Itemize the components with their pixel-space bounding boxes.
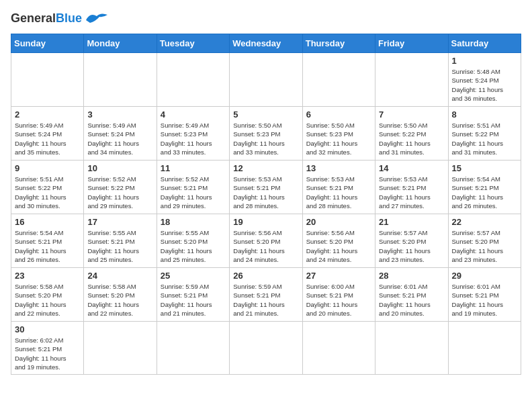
day-number: 15 [452, 163, 517, 173]
day-info: Sunrise: 5:59 AM Sunset: 5:21 PM Dayligh… [161, 282, 226, 318]
calendar-cell [84, 53, 157, 107]
calendar-cell [230, 322, 302, 375]
day-info: Sunrise: 5:55 AM Sunset: 5:21 PM Dayligh… [87, 228, 152, 264]
calendar-cell: 6Sunrise: 5:50 AM Sunset: 5:23 PM Daylig… [302, 107, 375, 161]
day-number: 12 [233, 163, 298, 173]
day-info: Sunrise: 5:54 AM Sunset: 5:21 PM Dayligh… [452, 175, 517, 210]
calendar-cell: 18Sunrise: 5:55 AM Sunset: 5:20 PM Dayli… [157, 214, 229, 268]
day-number: 1 [452, 56, 517, 66]
day-number: 9 [15, 163, 80, 173]
calendar-cell: 27Sunrise: 6:00 AM Sunset: 5:21 PM Dayli… [302, 268, 375, 322]
calendar-cell: 12Sunrise: 5:53 AM Sunset: 5:21 PM Dayli… [230, 161, 302, 214]
day-info: Sunrise: 5:53 AM Sunset: 5:21 PM Dayligh… [379, 175, 444, 210]
calendar-cell [302, 53, 375, 107]
calendar-cell: 2Sunrise: 5:49 AM Sunset: 5:24 PM Daylig… [11, 107, 84, 161]
calendar-cell: 15Sunrise: 5:54 AM Sunset: 5:21 PM Dayli… [448, 161, 521, 214]
day-info: Sunrise: 5:49 AM Sunset: 5:23 PM Dayligh… [161, 121, 226, 156]
day-info: Sunrise: 5:51 AM Sunset: 5:22 PM Dayligh… [452, 121, 517, 156]
calendar-week-row: 2Sunrise: 5:49 AM Sunset: 5:24 PM Daylig… [11, 107, 521, 161]
day-number: 2 [15, 109, 80, 120]
calendar-week-row: 30Sunrise: 6:02 AM Sunset: 5:21 PM Dayli… [11, 322, 521, 375]
day-number: 27 [306, 271, 371, 281]
calendar-cell: 20Sunrise: 5:56 AM Sunset: 5:20 PM Dayli… [302, 214, 375, 268]
calendar-cell: 30Sunrise: 6:02 AM Sunset: 5:21 PM Dayli… [11, 322, 84, 375]
day-number: 25 [161, 271, 226, 281]
day-number: 24 [87, 271, 152, 281]
calendar-cell: 4Sunrise: 5:49 AM Sunset: 5:23 PM Daylig… [157, 107, 229, 161]
calendar-cell: 1Sunrise: 5:48 AM Sunset: 5:24 PM Daylig… [448, 53, 521, 107]
day-number: 28 [379, 271, 444, 281]
calendar-cell: 3Sunrise: 5:49 AM Sunset: 5:24 PM Daylig… [84, 107, 157, 161]
day-number: 20 [306, 217, 371, 227]
page-header: GeneralBlue [11, 11, 521, 26]
day-info: Sunrise: 5:50 AM Sunset: 5:23 PM Dayligh… [306, 121, 371, 156]
calendar-cell: 19Sunrise: 5:56 AM Sunset: 5:20 PM Dayli… [230, 214, 302, 268]
col-header-thursday: Thursday [302, 34, 375, 53]
calendar-week-row: 16Sunrise: 5:54 AM Sunset: 5:21 PM Dayli… [11, 214, 521, 268]
day-info: Sunrise: 5:56 AM Sunset: 5:20 PM Dayligh… [233, 228, 298, 264]
day-info: Sunrise: 5:48 AM Sunset: 5:24 PM Dayligh… [452, 67, 517, 103]
day-number: 17 [87, 217, 152, 227]
day-number: 19 [233, 217, 298, 227]
calendar-cell: 14Sunrise: 5:53 AM Sunset: 5:21 PM Dayli… [375, 161, 448, 214]
day-number: 10 [87, 163, 152, 173]
day-number: 21 [379, 217, 444, 227]
calendar-week-row: 9Sunrise: 5:51 AM Sunset: 5:22 PM Daylig… [11, 161, 521, 214]
calendar-cell: 11Sunrise: 5:52 AM Sunset: 5:21 PM Dayli… [157, 161, 229, 214]
day-info: Sunrise: 5:57 AM Sunset: 5:20 PM Dayligh… [452, 228, 517, 264]
day-info: Sunrise: 5:53 AM Sunset: 5:21 PM Dayligh… [233, 175, 298, 210]
day-number: 16 [15, 217, 80, 227]
calendar-cell: 5Sunrise: 5:50 AM Sunset: 5:23 PM Daylig… [230, 107, 302, 161]
day-number: 22 [452, 217, 517, 227]
col-header-monday: Monday [84, 34, 157, 53]
day-number: 26 [233, 271, 298, 281]
calendar-cell: 7Sunrise: 5:50 AM Sunset: 5:22 PM Daylig… [375, 107, 448, 161]
calendar-cell: 28Sunrise: 6:01 AM Sunset: 5:21 PM Dayli… [375, 268, 448, 322]
day-info: Sunrise: 5:49 AM Sunset: 5:24 PM Dayligh… [87, 121, 152, 156]
day-number: 4 [161, 109, 226, 120]
calendar-cell: 13Sunrise: 5:53 AM Sunset: 5:21 PM Dayli… [302, 161, 375, 214]
day-info: Sunrise: 5:52 AM Sunset: 5:22 PM Dayligh… [87, 175, 152, 210]
day-info: Sunrise: 5:55 AM Sunset: 5:20 PM Dayligh… [161, 228, 226, 264]
logo-bird-icon [85, 11, 109, 26]
calendar-cell: 10Sunrise: 5:52 AM Sunset: 5:22 PM Dayli… [84, 161, 157, 214]
day-info: Sunrise: 5:57 AM Sunset: 5:20 PM Dayligh… [379, 228, 444, 264]
calendar-cell [230, 53, 302, 107]
day-info: Sunrise: 6:01 AM Sunset: 5:21 PM Dayligh… [379, 282, 444, 318]
day-number: 6 [306, 109, 371, 120]
col-header-friday: Friday [375, 34, 448, 53]
calendar-cell: 21Sunrise: 5:57 AM Sunset: 5:20 PM Dayli… [375, 214, 448, 268]
calendar-week-row: 23Sunrise: 5:58 AM Sunset: 5:20 PM Dayli… [11, 268, 521, 322]
day-number: 3 [87, 109, 152, 120]
col-header-saturday: Saturday [448, 34, 521, 53]
day-number: 29 [452, 271, 517, 281]
day-info: Sunrise: 5:50 AM Sunset: 5:23 PM Dayligh… [233, 121, 298, 156]
col-header-sunday: Sunday [11, 34, 84, 53]
day-info: Sunrise: 5:59 AM Sunset: 5:21 PM Dayligh… [233, 282, 298, 318]
calendar-cell: 16Sunrise: 5:54 AM Sunset: 5:21 PM Dayli… [11, 214, 84, 268]
calendar-cell [157, 53, 229, 107]
calendar-cell: 25Sunrise: 5:59 AM Sunset: 5:21 PM Dayli… [157, 268, 229, 322]
day-number: 8 [452, 109, 517, 120]
day-number: 5 [233, 109, 298, 120]
day-number: 13 [306, 163, 371, 173]
day-number: 30 [15, 324, 80, 334]
calendar-cell: 9Sunrise: 5:51 AM Sunset: 5:22 PM Daylig… [11, 161, 84, 214]
calendar-cell: 8Sunrise: 5:51 AM Sunset: 5:22 PM Daylig… [448, 107, 521, 161]
calendar-cell [302, 322, 375, 375]
calendar-header-row: SundayMondayTuesdayWednesdayThursdayFrid… [11, 34, 521, 53]
day-number: 14 [379, 163, 444, 173]
day-info: Sunrise: 5:56 AM Sunset: 5:20 PM Dayligh… [306, 228, 371, 264]
col-header-tuesday: Tuesday [157, 34, 229, 53]
day-number: 11 [161, 163, 226, 173]
calendar-week-row: 1Sunrise: 5:48 AM Sunset: 5:24 PM Daylig… [11, 53, 521, 107]
calendar-cell: 24Sunrise: 5:58 AM Sunset: 5:20 PM Dayli… [84, 268, 157, 322]
day-info: Sunrise: 5:58 AM Sunset: 5:20 PM Dayligh… [15, 282, 80, 318]
logo: GeneralBlue [11, 11, 109, 26]
calendar-cell [375, 322, 448, 375]
calendar-cell [375, 53, 448, 107]
logo-text: GeneralBlue [11, 11, 82, 26]
calendar-cell: 26Sunrise: 5:59 AM Sunset: 5:21 PM Dayli… [230, 268, 302, 322]
day-info: Sunrise: 5:54 AM Sunset: 5:21 PM Dayligh… [15, 228, 80, 264]
calendar-cell [11, 53, 84, 107]
